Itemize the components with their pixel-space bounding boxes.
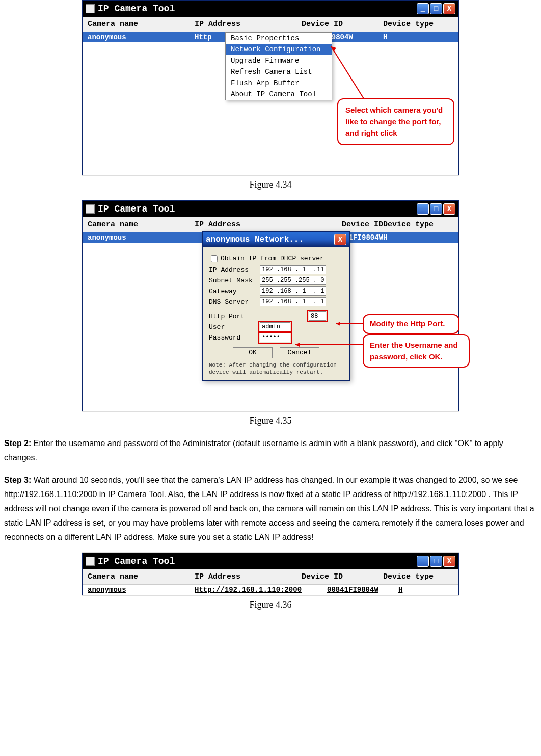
ip-address-field[interactable] [260,265,326,274]
maximize-button[interactable]: □ [430,203,442,215]
callout-enter-credentials: Enter the Username and password, click O… [363,334,470,368]
password-label: Password [209,334,260,342]
figure-caption-34: Figure 4.34 [0,179,541,190]
row-camera-name: anonymous [88,33,195,41]
row-camera-name: anonymous [88,233,195,242]
close-button[interactable]: X [443,3,455,14]
titlebar: IP Camera Tool _ □ X [83,553,458,569]
row-device-id: 00841FI9804W [327,586,398,594]
svg-marker-3 [336,322,340,326]
dns-server-field[interactable] [260,297,326,306]
ip-camera-tool-window-fig35: IP Camera Tool _ □ X Camera name IP Addr… [82,200,459,411]
ctx-flush-arp-buffer[interactable]: Flush Arp Buffer [226,77,332,89]
row-camera-name: anonymous [88,586,195,594]
list-header: Camera name IP Address Device ID Device … [83,569,458,585]
step2-label: Step 2: [4,439,31,448]
col-device-type: Device type [383,220,453,229]
app-title: IP Camera Tool [98,4,175,14]
row-device-type: H [383,33,453,41]
dialog-close-button[interactable]: X [334,234,346,245]
col-device-id: Device ID [302,220,383,229]
network-config-dialog: anonymous Network... X Obtain IP from DH… [202,231,350,381]
col-camera-name: Camera name [88,220,195,229]
ok-button[interactable]: OK [233,347,273,358]
callout-select-camera: Select which camera you'd like to change… [337,98,454,145]
maximize-button[interactable]: □ [430,3,442,14]
close-button[interactable]: X [443,556,455,567]
app-icon [86,557,95,566]
ip-camera-tool-window-fig34: IP Camera Tool _ □ X Camera name IP Addr… [82,0,459,175]
password-field[interactable] [260,333,290,342]
cancel-button[interactable]: Cancel [280,347,319,358]
dns-server-label: DNS Server [209,298,260,306]
close-button[interactable]: X [443,203,455,215]
camera-list-row[interactable]: anonymous Http://192.168.1.110:2000 0084… [83,585,458,595]
ctx-upgrade-firmware[interactable]: Upgrade Firmware [226,55,332,66]
list-header: Camera name IP Address Device ID Device … [83,17,458,32]
app-icon [86,4,95,13]
ctx-refresh-camera-list[interactable]: Refresh Camera List [226,66,332,77]
row-ip-address: Http://192.168.1.110:2000 [195,586,327,594]
http-port-field[interactable] [309,311,326,321]
ip-address-label: IP Address [209,266,260,274]
col-device-id: Device ID [302,572,383,581]
col-camera-name: Camera name [88,20,195,29]
user-label: User [209,323,260,331]
row-device-type: H [398,586,453,594]
arrow-to-port-icon [336,321,367,326]
svg-marker-5 [295,343,300,347]
col-ip-address: IP Address [195,20,302,29]
context-menu: Basic Properties Network Configuration U… [225,32,332,100]
step2-text: Enter the username and password of the A… [4,439,503,462]
titlebar: IP Camera Tool _ □ X [83,1,458,17]
svg-line-0 [331,46,367,103]
minimize-button[interactable]: _ [417,3,429,14]
col-ip-address: IP Address [195,220,302,229]
col-device-type: Device type [383,572,453,581]
arrow-to-user-pass-icon [295,342,367,347]
maximize-button[interactable]: □ [430,556,442,567]
dialog-restart-note: Note: After changing the configuration d… [209,361,343,376]
subnet-mask-field[interactable] [260,276,326,285]
app-icon [86,204,95,214]
dhcp-label: Obtain IP from DHCP server [221,255,324,263]
col-camera-name: Camera name [88,572,195,581]
row-device-type: H [383,233,453,242]
gateway-field[interactable] [260,286,326,296]
figure-caption-35: Figure 4.35 [0,415,541,426]
titlebar: IP Camera Tool _ □ X [83,201,458,217]
minimize-button[interactable]: _ [417,556,429,567]
col-ip-address: IP Address [195,572,302,581]
ctx-basic-properties[interactable]: Basic Properties [226,33,332,44]
instruction-text: Step 2: Enter the username and password … [0,436,541,544]
minimize-button[interactable]: _ [417,203,429,215]
ip-camera-tool-window-fig36: IP Camera Tool _ □ X Camera name IP Addr… [82,553,459,595]
app-title: IP Camera Tool [98,556,175,566]
svg-marker-1 [331,46,336,52]
gateway-label: Gateway [209,288,260,295]
http-port-label: Http Port [209,312,260,320]
user-field[interactable] [260,322,290,331]
subnet-mask-label: Subnet Mask [209,277,260,284]
list-header: Camera name IP Address Device ID Device … [83,217,458,232]
step3-label: Step 3: [4,476,31,484]
dialog-titlebar: anonymous Network... X [203,232,349,247]
step3-text: Wait around 10 seconds, you'll see that … [4,476,534,541]
callout-modify-port: Modify the Http Port. [363,314,459,334]
figure-caption-36: Figure 4.36 [0,599,541,610]
col-device-id: Device ID [302,20,383,29]
dhcp-checkbox[interactable] [211,255,218,262]
ctx-about[interactable]: About IP Camera Tool [226,89,332,100]
app-title: IP Camera Tool [98,204,175,214]
ctx-network-configuration[interactable]: Network Configuration [226,44,332,55]
col-device-type: Device type [383,20,453,29]
dialog-title: anonymous Network... [206,235,304,244]
